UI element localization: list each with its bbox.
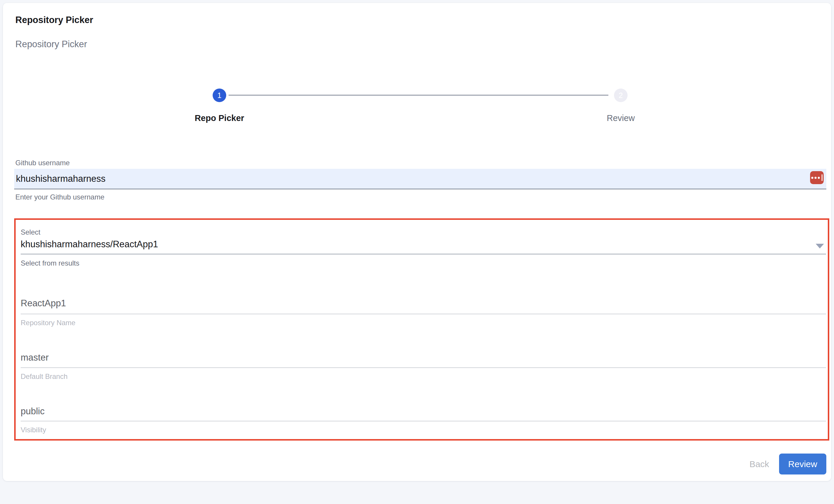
chevron-down-icon[interactable] (816, 244, 824, 249)
repo-select-helper: Select from results (21, 259, 80, 267)
lastpass-dot (811, 177, 813, 179)
default-branch-input[interactable]: master (21, 352, 824, 363)
default-branch-underline (21, 367, 826, 368)
step-2-number: 2 (619, 91, 623, 100)
visibility-underline (21, 421, 826, 421)
visibility-label: Visibility (21, 426, 46, 434)
step-1-label: Repo Picker (195, 113, 244, 123)
repo-select-underline (21, 254, 826, 254)
step-2-circle[interactable]: 2 (614, 89, 628, 102)
repository-name-input[interactable]: ReactApp1 (21, 298, 824, 308)
github-username-helper: Enter your Github username (15, 193, 105, 201)
default-branch-label: Default Branch (21, 372, 68, 381)
lastpass-icon[interactable] (810, 171, 824, 184)
repository-name-underline (21, 314, 826, 314)
step-1-circle[interactable]: 1 (213, 89, 226, 102)
step-1-number: 1 (217, 91, 221, 100)
page-title: Repository Picker (15, 15, 93, 25)
github-username-label: Github username (15, 159, 70, 167)
review-button[interactable]: Review (779, 454, 826, 475)
github-username-input[interactable] (14, 169, 826, 189)
step-connector-line (228, 95, 608, 96)
repository-name-label: Repository Name (21, 319, 75, 327)
page-subtitle: Repository Picker (15, 39, 87, 50)
lastpass-bar (821, 175, 822, 181)
repository-picker-card: Repository Picker Repository Picker 1 2 … (3, 3, 831, 481)
repo-select-value: khushisharmaharness/ReactApp1 (21, 238, 826, 250)
lastpass-dot (818, 177, 820, 179)
step-2-label: Review (607, 113, 635, 123)
repo-select-label: Select (21, 228, 41, 236)
lastpass-dot (814, 177, 817, 179)
back-button[interactable]: Back (743, 455, 775, 473)
repo-select-field[interactable]: khushisharmaharness/ReactApp1 (21, 238, 826, 254)
visibility-input[interactable]: public (21, 406, 824, 417)
